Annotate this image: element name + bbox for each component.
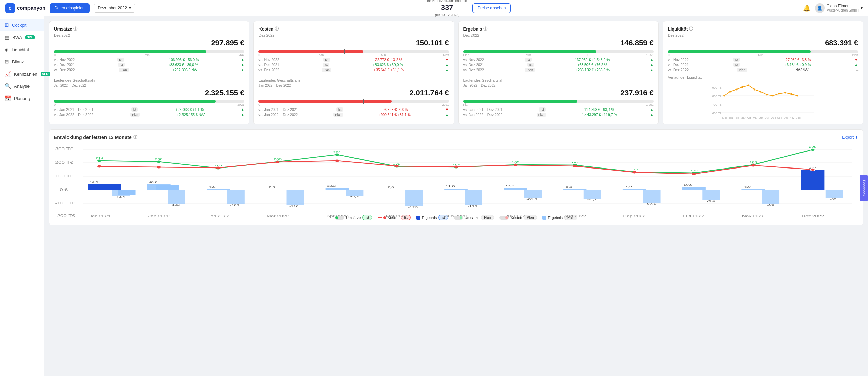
trial-info: Ihr Probezeitraum endet in 337 (bis 13.1… (427, 0, 467, 17)
comp-row: vs. Dez 2022 Plan +235.182 € +266,3 % ▲ (463, 68, 654, 72)
arrow-down-icon: ▼ (445, 58, 449, 62)
svg-rect-72 (702, 190, 720, 200)
svg-point-119 (394, 165, 399, 167)
svg-point-122 (573, 165, 577, 167)
arrow-up-icon: ▲ (854, 63, 858, 67)
info-icon[interactable]: ⓘ (275, 26, 279, 32)
svg-text:125: 125 (690, 169, 698, 172)
data-import-button[interactable]: Daten einspielen (50, 3, 89, 13)
svg-text:Okt 2022: Okt 2022 (683, 214, 705, 218)
chevron-down-icon: ▾ (129, 6, 131, 11)
svg-text:Jun: Jun (759, 116, 763, 119)
section-title: Laufendes Geschäftsjahr (54, 78, 244, 82)
section-period: Jan 2022 – Dez 2022 (463, 84, 654, 87)
user-company: Musterküchen GmbH (827, 8, 859, 12)
sidebar-item-kennzahlen[interactable]: 📈 Kennzahlen NEU (0, 68, 44, 80)
svg-rect-71 (643, 190, 661, 203)
progress-kosten: 0 Plan Min Max (258, 50, 449, 57)
sidebar-item-cockpit[interactable]: ⊞ Cockpit (0, 19, 44, 31)
plan-icon: 📅 (5, 95, 11, 101)
progress-section: 0 2021 (258, 100, 449, 106)
svg-text:Mai: Mai (753, 116, 757, 119)
svg-text:-102: -102 (171, 203, 180, 206)
liq-chart-title: Verlauf der Liquidität (668, 75, 858, 79)
grid-icon: ⊞ (5, 22, 9, 28)
svg-rect-60 (741, 189, 765, 190)
svg-text:182: 182 (571, 161, 579, 164)
user-details: Claas Eimer Musterküchen GmbH (827, 4, 859, 12)
svg-text:Mär: Mär (740, 116, 745, 119)
comp-row: vs. Nov 2022 Ist -22.772 € -13,2 % ▼ (258, 58, 449, 62)
card-title-umsaetze: Umsätze ⓘ (54, 26, 244, 32)
navbar-center: Ihr Probezeitraum endet in 337 (bis 13.1… (427, 0, 511, 17)
card-value-umsaetze: 297.895 € (54, 39, 244, 47)
sidebar: ⊞ Cockpit ▤ BWA NEU ◈ Liquidität ⊟ Bilan… (0, 16, 44, 376)
analyze-icon: 🔍 (5, 83, 11, 89)
user-menu[interactable]: 👤 Claas Eimer Musterküchen GmbH ▾ (815, 3, 863, 13)
svg-text:160: 160 (214, 164, 222, 167)
info-icon[interactable]: ⓘ (73, 26, 77, 32)
svg-text:-63: -63 (830, 198, 836, 201)
sidebar-item-label: Kennzahlen (14, 72, 37, 77)
sidebar-item-label: Bilanz (12, 59, 24, 64)
new-badge: NEU (25, 35, 35, 39)
svg-text:0 €: 0 € (60, 188, 68, 192)
export-button[interactable]: Export ⬇ (842, 135, 858, 140)
svg-text:Dez 2022: Dez 2022 (802, 214, 824, 218)
info-icon[interactable]: ⓘ (689, 26, 693, 32)
arrow-up-icon: ▲ (445, 113, 449, 117)
svg-text:Okt: Okt (783, 116, 788, 119)
svg-text:Sep 2022: Sep 2022 (623, 214, 645, 218)
comp-row: vs. Jan 2022 – Dez 2022 Plan +2.325.155 … (54, 113, 244, 117)
feedback-tab[interactable]: Feedback (860, 175, 868, 201)
card-value-liquiditaet: 683.391 € (668, 39, 858, 47)
prices-button[interactable]: Preise ansehen (472, 3, 511, 13)
sidebar-item-planung[interactable]: 📅 Planung (0, 92, 44, 104)
comp-row: vs. Dez 2022 Plan N/V N/V – (668, 68, 858, 72)
logo-icon: c (5, 3, 15, 13)
svg-point-126 (810, 168, 815, 171)
svg-text:-97,1: -97,1 (645, 202, 656, 205)
svg-text:800 T€: 800 T€ (712, 95, 721, 98)
cards-row: Umsätze ⓘ Dez 2022 297.895 € 0 Min Max v… (49, 21, 863, 124)
svg-text:Mai 2022: Mai 2022 (386, 214, 407, 218)
svg-text:168: 168 (452, 163, 460, 166)
svg-text:6,9: 6,9 (744, 185, 751, 189)
section-title: Laufendes Geschäftsjahr (258, 78, 449, 82)
chart-card-header: Entwicklung der letzten 13 Monate ⓘ Expo… (54, 134, 858, 140)
svg-rect-73 (762, 190, 780, 204)
info-icon[interactable]: ⓘ (133, 134, 137, 140)
comp-row: vs. Nov 2022 Ist -27.082 € -3,8 % ▼ (668, 58, 858, 62)
card-period: Dez 2022 (54, 33, 244, 37)
svg-text:Jan: Jan (728, 116, 733, 119)
svg-text:Aug 2022: Aug 2022 (564, 214, 586, 218)
date-selector[interactable]: Dezember 2022 ▾ (94, 4, 135, 13)
arrow-down-icon: ▼ (445, 107, 449, 112)
sidebar-item-liquiditaet[interactable]: ◈ Liquidität (0, 43, 44, 56)
svg-text:Dez: Dez (722, 116, 727, 119)
section-title: Laufendes Geschäftsjahr (463, 78, 654, 82)
sidebar-item-analyse[interactable]: 🔍 Analyse (0, 80, 44, 92)
sidebar-item-bwa[interactable]: ▤ BWA NEU (0, 31, 44, 43)
svg-text:200 T€: 200 T€ (55, 161, 73, 164)
info-icon[interactable]: ⓘ (483, 26, 487, 32)
trial-end: (bis 13.12.2023) (427, 13, 467, 17)
progress-liquiditaet: 0 Min Plan (668, 50, 858, 57)
svg-point-16 (772, 95, 774, 97)
arrow-up-icon: ▲ (240, 58, 244, 62)
comp-row: vs. Dez 2021 Ist +6.184 € +0,9 % ▲ (668, 63, 858, 67)
svg-text:-61,8: -61,8 (526, 198, 537, 201)
bell-icon[interactable]: 🔔 (803, 4, 810, 12)
svg-text:42,4: 42,4 (89, 180, 98, 183)
main-chart-area: 300 T€ 200 T€ 100 T€ 0 € -100 T€ -200 T€ (54, 144, 858, 212)
arrow-up-icon: ▲ (240, 113, 244, 117)
progress-section: Plan 1.251 (463, 100, 654, 106)
sidebar-item-label: BWA (12, 35, 22, 40)
sidebar-item-bilanz[interactable]: ⊟ Bilanz (0, 56, 44, 68)
svg-text:11,0: 11,0 (446, 185, 455, 188)
droplet-icon: ◈ (5, 46, 9, 53)
comp-row: vs. Dez 2021 Ist +83.623 € +39,0 % ▲ (54, 63, 244, 67)
svg-text:7,0: 7,0 (625, 185, 632, 188)
download-icon: ⬇ (855, 135, 858, 140)
svg-point-20 (796, 95, 798, 97)
